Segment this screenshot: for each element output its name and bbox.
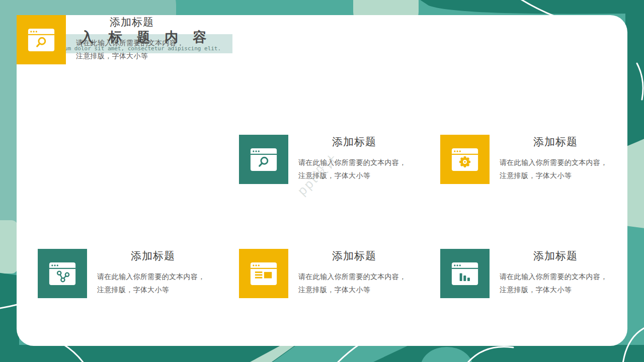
feature-title: 添加标题 xyxy=(298,250,410,262)
feature-item: 添加标题 请在此输入你所需要的文本内容，注意排版，字体大小等 xyxy=(440,135,621,185)
browser-article-icon xyxy=(239,249,288,298)
browser-share-icon xyxy=(38,249,87,298)
bg-sage-left xyxy=(0,220,18,274)
browser-search-icon xyxy=(17,15,66,64)
feature-title: 添加标题 xyxy=(97,250,209,262)
feature-text: 添加标题 请在此输入你所需要的文本内容，注意排版，字体大小等 xyxy=(500,135,611,185)
browser-search-icon xyxy=(239,135,288,184)
feature-title: 添加标题 xyxy=(500,136,611,148)
feature-text: 添加标题 请在此输入你所需要的文本内容，注意排版，字体大小等 xyxy=(298,135,410,185)
bg-left-strip xyxy=(0,0,18,226)
browser-chart-icon xyxy=(440,249,490,298)
browser-gear-icon xyxy=(440,135,490,184)
feature-item: 添加标题 请在此输入你所需要的文本内容，注意排版，字体大小等 xyxy=(239,135,420,185)
feature-body: 请在此输入你所需要的文本内容，注意排版，字体大小等 xyxy=(500,156,611,182)
feature-item: 添加标题 请在此输入你所需要的文本内容，注意排版，字体大小等 xyxy=(239,249,420,299)
bg-sage-right xyxy=(625,137,644,229)
content-card: 输入标题内容 Lore ipsum dolor sit amet, consec… xyxy=(17,15,627,346)
feature-text: 添加标题 请在此输入你所需要的文本内容，注意排版，字体大小等 xyxy=(500,249,611,299)
feature-body: 请在此输入你所需要的文本内容，注意排版，字体大小等 xyxy=(76,36,188,62)
feature-item: 添加标题 请在此输入你所需要的文本内容，注意排版，字体大小等 xyxy=(38,249,219,299)
feature-text: 添加标题 请在此输入你所需要的文本内容，注意排版，字体大小等 xyxy=(76,15,188,65)
feature-text: 添加标题 请在此输入你所需要的文本内容，注意排版，字体大小等 xyxy=(298,249,410,299)
feature-body: 请在此输入你所需要的文本内容，注意排版，字体大小等 xyxy=(298,270,410,296)
feature-item: 添加标题 请在此输入你所需要的文本内容，注意排版，字体大小等 xyxy=(17,15,198,65)
feature-text: 添加标题 请在此输入你所需要的文本内容，注意排版，字体大小等 xyxy=(97,249,209,299)
feature-title: 添加标题 xyxy=(298,136,410,148)
slide: 输入标题内容 Lore ipsum dolor sit amet, consec… xyxy=(0,0,644,362)
feature-body: 请在此输入你所需要的文本内容，注意排版，字体大小等 xyxy=(298,156,410,182)
feature-title: 添加标题 xyxy=(500,250,611,262)
feature-title: 添加标题 xyxy=(76,16,188,28)
feature-body: 请在此输入你所需要的文本内容，注意排版，字体大小等 xyxy=(500,270,611,296)
feature-item: 添加标题 请在此输入你所需要的文本内容，注意排版，字体大小等 xyxy=(440,249,621,299)
feature-body: 请在此输入你所需要的文本内容，注意排版，字体大小等 xyxy=(97,270,209,296)
